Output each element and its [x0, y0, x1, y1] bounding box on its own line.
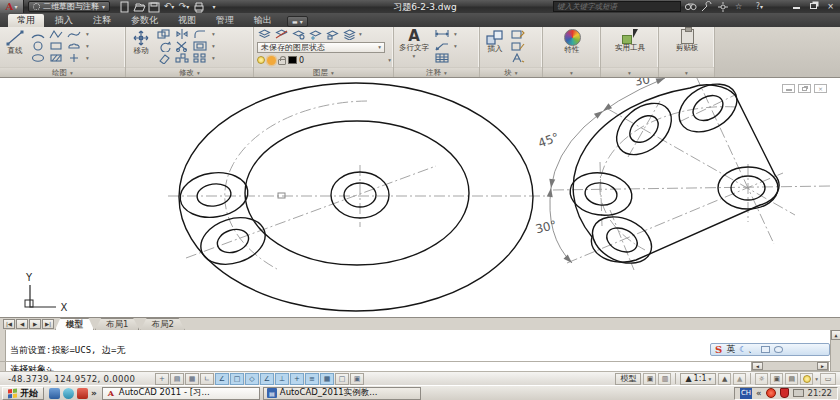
- fillet-tool[interactable]: [191, 28, 208, 40]
- mtext-button[interactable]: A 多行文字 ▾: [397, 28, 431, 66]
- status-menu-chevron-icon[interactable]: ▾: [815, 376, 818, 382]
- block-panel-label[interactable]: 块▾: [480, 67, 542, 77]
- revision-cloud-tool[interactable]: [65, 40, 82, 52]
- layer-state-dropdown[interactable]: 未保存的图层状态 ▾: [257, 42, 385, 53]
- chevron-down-icon[interactable]: ▾: [86, 31, 89, 37]
- tab-view[interactable]: 视图: [169, 14, 205, 27]
- dimension-tool[interactable]: [433, 28, 450, 40]
- isolate-objects-button[interactable]: [800, 373, 813, 385]
- tray-collapse-icon[interactable]: «: [756, 388, 762, 398]
- chevron-down-icon[interactable]: ▾: [454, 43, 457, 49]
- toggle-dyn[interactable]: +: [290, 373, 304, 385]
- layer-unlock-icon[interactable]: [278, 59, 286, 65]
- toggle-otrack[interactable]: ∠: [260, 373, 274, 385]
- new-button[interactable]: [117, 1, 131, 13]
- utilities-panel-label[interactable]: ▾: [601, 67, 658, 77]
- annotation-visibility-button[interactable]: ▲: [718, 373, 731, 385]
- hardware-acceleration-button[interactable]: ▤: [785, 373, 798, 385]
- last-layout-button[interactable]: ▶|: [42, 319, 54, 329]
- chevron-down-icon[interactable]: ▾: [454, 31, 457, 37]
- toggle-grid[interactable]: ▦: [185, 373, 199, 385]
- clipboard-panel-label[interactable]: ▾: [659, 67, 714, 77]
- taskbar-button-document[interactable]: ▤ AutoCAD_2011实例教...: [263, 387, 421, 400]
- command-vscrollbar[interactable]: ▲: [830, 330, 840, 371]
- toggle-ducs[interactable]: ⊥: [275, 373, 289, 385]
- tab-home[interactable]: 常用: [8, 14, 44, 27]
- toggle-polar[interactable]: ∠: [215, 373, 229, 385]
- chevron-down-icon[interactable]: ▾: [212, 43, 215, 49]
- spline-tool[interactable]: [65, 28, 82, 40]
- copy-tool[interactable]: [155, 28, 172, 40]
- line-button[interactable]: 直线: [3, 28, 27, 66]
- draw-panel-label[interactable]: 绘图▾: [0, 67, 125, 77]
- hatch-tool[interactable]: [47, 52, 64, 64]
- rotate-tool[interactable]: [155, 40, 172, 52]
- erase-tool[interactable]: [155, 52, 172, 64]
- workspace-switching-button[interactable]: ☼: [755, 373, 768, 385]
- workspace-dropdown[interactable]: 二维草图与注释 ▾: [28, 1, 110, 12]
- tab-model[interactable]: 模型: [55, 318, 94, 330]
- toggle-transparency[interactable]: ▦: [320, 373, 334, 385]
- minimize-button[interactable]: [790, 1, 803, 11]
- array-tool[interactable]: [191, 52, 208, 64]
- ime-punct-toggle[interactable]: 、: [748, 343, 757, 356]
- tab-layout1[interactable]: 布局1: [95, 318, 139, 330]
- create-block-tool[interactable]: [509, 28, 526, 40]
- ime-language-toggle[interactable]: 英: [726, 343, 735, 356]
- ime-keyboard-icon[interactable]: [761, 346, 770, 353]
- arc-tool[interactable]: [29, 28, 46, 40]
- tab-insert[interactable]: 插入: [46, 14, 82, 27]
- toggle-ortho[interactable]: ∟: [200, 373, 214, 385]
- attributes-tool[interactable]: [509, 52, 526, 64]
- explode-tool[interactable]: [173, 52, 190, 64]
- layer-freeze-tool[interactable]: [308, 28, 323, 40]
- ime-fullhalf-icon[interactable]: ☾: [739, 345, 744, 354]
- utilities-button[interactable]: 实用工具: [613, 28, 647, 66]
- tray-network-icon[interactable]: [793, 389, 804, 397]
- restore-button[interactable]: [807, 1, 820, 11]
- ime-settings-icon[interactable]: [774, 346, 783, 353]
- toggle-lwt[interactable]: ≡: [305, 373, 319, 385]
- chevron-down-icon[interactable]: ▾: [86, 43, 89, 49]
- layer-properties-tool[interactable]: [257, 28, 272, 40]
- layer-isolate-tool[interactable]: [291, 28, 306, 40]
- open-button[interactable]: [132, 1, 146, 13]
- model-space-button[interactable]: 模型: [615, 373, 641, 385]
- quick-launch-player-icon[interactable]: [63, 388, 74, 399]
- doc-minimize-button[interactable]: [782, 84, 795, 93]
- exchange-button[interactable]: [699, 1, 714, 12]
- redo-button[interactable]: ↷▾: [177, 1, 191, 13]
- leader-tool[interactable]: [433, 40, 450, 52]
- command-window[interactable]: 当前设置:投影=UCS, 边=无 选择剪切边... 选择对象或 <全部选择>: …: [0, 330, 840, 371]
- insert-block-button[interactable]: 插入: [483, 28, 507, 66]
- rectangle-tool[interactable]: [47, 40, 64, 52]
- command-window-grip[interactable]: [0, 330, 6, 371]
- save-button[interactable]: [147, 1, 161, 13]
- layer-lock-tool[interactable]: [325, 28, 340, 40]
- chevron-down-icon[interactable]: ▾: [86, 55, 89, 61]
- taskbar-button-autocad[interactable]: A AutoCAD 2011 - [习...: [102, 387, 260, 400]
- chevron-down-icon[interactable]: ▾: [212, 31, 215, 37]
- chevron-down-icon[interactable]: ▾: [359, 31, 362, 37]
- qat-more-button[interactable]: ▾: [207, 1, 221, 13]
- toggle-quick-properties[interactable]: □: [335, 373, 349, 385]
- tab-annotate[interactable]: 注释: [84, 14, 120, 27]
- toggle-selection-cycling[interactable]: ▣: [350, 373, 364, 385]
- command-hscrollbar[interactable]: ◀ ▶: [751, 361, 829, 371]
- search-button[interactable]: [683, 1, 698, 12]
- tray-antivirus-icon[interactable]: [766, 388, 776, 398]
- ime-toolbar[interactable]: S 英 ☾ 、: [710, 343, 830, 356]
- favorites-button[interactable]: ☆: [731, 1, 746, 12]
- communication-button[interactable]: [715, 1, 730, 12]
- point-tool[interactable]: [65, 52, 82, 64]
- scroll-left-button[interactable]: ◀: [752, 362, 763, 370]
- tab-manage[interactable]: 管理: [207, 14, 243, 27]
- modify-panel-label[interactable]: 修改▾: [126, 67, 253, 77]
- clean-screen-button[interactable]: ▭: [820, 373, 836, 385]
- clipboard-button[interactable]: 剪贴板: [674, 28, 701, 66]
- help-search-box[interactable]: [553, 1, 681, 12]
- toolbar-lock-button[interactable]: ▣: [770, 373, 783, 385]
- first-layout-button[interactable]: |◀: [3, 319, 15, 329]
- toggle-osnap[interactable]: □: [230, 373, 244, 385]
- annotate-panel-label[interactable]: 注释▾: [394, 67, 479, 77]
